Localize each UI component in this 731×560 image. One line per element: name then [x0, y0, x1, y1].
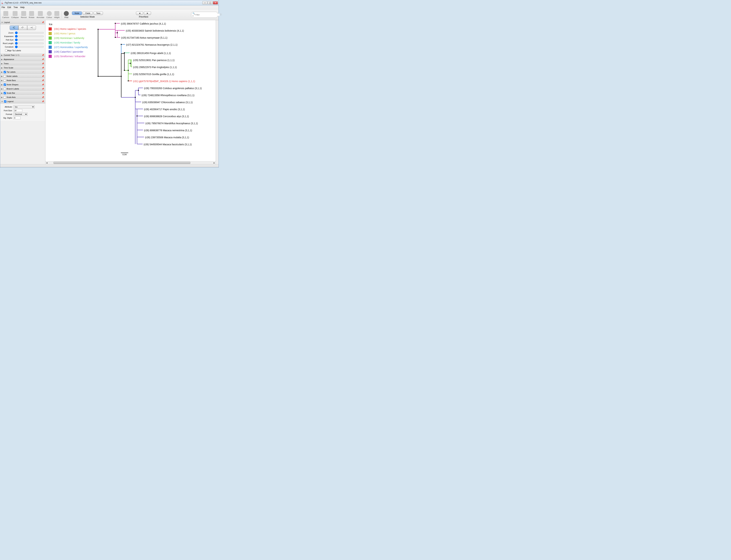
- tree-canvas: lca (r31) Homo sapiens / species(r30) Ho…: [45, 20, 210, 161]
- format-select[interactable]: Decimal: [14, 113, 28, 116]
- clear-filter-icon[interactable]: ⓧ: [220, 13, 222, 16]
- find-button[interactable]: Find: [63, 11, 70, 19]
- tiplabels-checkbox[interactable]: [4, 71, 6, 73]
- node-mode-button[interactable]: Node: [72, 11, 82, 15]
- tip-label[interactable]: (r25) 817347160 Aotus nancymaae (5,1,1): [121, 36, 167, 39]
- trees-panel-header[interactable]: ▶Trees📌: [0, 61, 45, 66]
- filter-box[interactable]: 🔍▾ ⓧ: [191, 12, 218, 18]
- nodebars-checkbox[interactable]: [4, 79, 6, 82]
- maximize-button[interactable]: ▢: [208, 1, 213, 4]
- pin-icon[interactable]: 📌: [42, 62, 44, 65]
- rootlength-slider[interactable]: [15, 42, 44, 45]
- tip-label[interactable]: (r26) 806638828 Cercocebus atys (3,1,1): [144, 115, 189, 118]
- radial-layout-button[interactable]: [27, 25, 36, 30]
- pin-icon[interactable]: 📌: [42, 71, 44, 73]
- clade-mode-button[interactable]: Clade: [83, 11, 93, 15]
- scalebar-panel-header[interactable]: ▶Scale Bar📌: [0, 91, 45, 95]
- menu-help[interactable]: Help: [20, 6, 25, 9]
- tip-label[interactable]: (r26) 239735506 Macaca mulatta (3,1,1): [145, 136, 189, 139]
- scalebar-checkbox[interactable]: [4, 92, 6, 94]
- legend-panel-header[interactable]: ▼Legend📌: [0, 99, 45, 104]
- main-area: lca (r31) Homo sapiens / species(r30) Ho…: [45, 20, 219, 164]
- prev-button[interactable]: ◄: [136, 11, 143, 15]
- tree-viewport[interactable]: lca (r31) Homo sapiens / species(r30) Ho…: [45, 20, 216, 164]
- tip-label[interactable]: (r26) 795076074 Mandrillus leucophaeus (…: [145, 122, 198, 125]
- close-button[interactable]: ✕: [213, 1, 218, 4]
- tip-label[interactable]: (r29) 299522973 Pan troglodytes (1,1,1): [133, 66, 177, 69]
- polar-layout-button[interactable]: [18, 25, 27, 30]
- rectangular-layout-button[interactable]: [10, 25, 18, 30]
- expansion-slider[interactable]: [15, 35, 44, 38]
- pin-icon[interactable]: 📌: [42, 100, 44, 103]
- pin-icon[interactable]: 📌: [42, 96, 44, 98]
- sigdigits-input[interactable]: [14, 116, 21, 119]
- statusbar: [0, 164, 219, 167]
- nodeshapes-checkbox[interactable]: [4, 84, 6, 86]
- nodelabels-checkbox[interactable]: [4, 75, 6, 77]
- attribute-select[interactable]: lca: [14, 105, 35, 108]
- rotate-button[interactable]: Rotate: [28, 11, 35, 19]
- tip-label[interactable]: (r25) 390478707 Callithrix jacchus (4,1,…: [121, 22, 166, 25]
- colour-button[interactable]: Colour: [45, 11, 53, 19]
- reroot-button[interactable]: Reroot: [20, 11, 28, 19]
- pin-icon[interactable]: 📌: [42, 54, 44, 56]
- tip-label[interactable]: (r28) 289191459 Pongo abelii (1,1,1): [131, 52, 171, 55]
- scaleaxis-checkbox[interactable]: [4, 96, 6, 98]
- svg-point-12: [135, 97, 136, 98]
- tip-label[interactable]: (r26) 635036947 Chlorocebus sabaeus (3,1…: [142, 101, 193, 104]
- curvature-slider[interactable]: [15, 45, 44, 48]
- zoom-slider[interactable]: [15, 31, 44, 34]
- currenttree-panel-header[interactable]: ▶Current Tree: 1 / 1📌: [0, 53, 45, 57]
- scale-value: 0.04: [122, 153, 126, 156]
- tip-label[interactable]: (r26) 724813358 Rhinopithecus roxellana …: [142, 94, 194, 97]
- tip-label[interactable]: (r26) 402904717 Papio anubis (3,1,1): [144, 108, 185, 111]
- pin-icon[interactable]: 📌: [42, 58, 44, 61]
- pin-icon[interactable]: 📌: [42, 84, 44, 86]
- toolbar: Cartoon Collapse Reroot Rotate Annotate …: [0, 9, 219, 20]
- tip-label[interactable]: (r25) 403303403 Saimiri boliviensis boli…: [126, 29, 184, 32]
- pin-icon[interactable]: 📌: [42, 21, 44, 24]
- scaleaxis-panel-header[interactable]: ▶Scale Axis📌: [0, 95, 45, 99]
- svg-point-6: [121, 44, 122, 45]
- nodebars-panel-header[interactable]: ▶Node Bars📌: [0, 78, 45, 82]
- fisheye-slider[interactable]: [15, 38, 44, 41]
- horizontal-scrollbar[interactable]: ◂▸: [45, 161, 216, 164]
- annotate-button[interactable]: Annotate: [35, 11, 45, 19]
- nodeshapes-panel-header[interactable]: ▶Node Shapes📌: [0, 82, 45, 87]
- pin-icon[interactable]: 📌: [42, 92, 44, 94]
- pin-icon[interactable]: 📌: [42, 75, 44, 77]
- menu-edit[interactable]: Edit: [7, 6, 11, 9]
- pin-icon[interactable]: 📌: [42, 79, 44, 82]
- tip-label[interactable]: (r31) gi|4757876|ref|NP_004326.1| Homo s…: [133, 80, 195, 83]
- appearance-panel-header[interactable]: ▶Appearance📌: [0, 57, 45, 61]
- tip-label[interactable]: (r29) 525507015 Gorilla gorilla (1,1,1): [133, 73, 174, 76]
- align-tip-labels-checkbox[interactable]: [5, 49, 7, 52]
- taxa-mode-button[interactable]: Taxa: [94, 11, 103, 15]
- layout-panel-header[interactable]: ▼ Layout 📌: [0, 20, 45, 24]
- menu-tree[interactable]: Tree: [14, 6, 18, 9]
- tip-label[interactable]: (r26) 795333263 Colobus angolensis palli…: [144, 87, 202, 90]
- pin-icon[interactable]: 📌: [42, 67, 44, 69]
- cartoon-button[interactable]: Cartoon: [1, 11, 10, 19]
- filter-input[interactable]: [195, 14, 220, 16]
- minimize-button[interactable]: —: [202, 1, 207, 4]
- next-button[interactable]: ►: [144, 11, 151, 15]
- timescale-panel-header[interactable]: ▶Time Scale📌: [0, 66, 45, 70]
- vertical-scrollbar[interactable]: [216, 20, 219, 164]
- branchlabels-checkbox[interactable]: [4, 88, 6, 90]
- nodelabels-panel-header[interactable]: ▶Node Labels📌: [0, 74, 45, 78]
- legend-checkbox[interactable]: [4, 100, 6, 103]
- tip-label[interactable]: (r27) 821324761 Nomascus leucogenys (2,1…: [126, 43, 178, 46]
- window-title: FigTree v1.4.0 - 4757876_seq_tree.nex: [5, 2, 202, 4]
- pin-icon[interactable]: 📌: [42, 88, 44, 90]
- menu-file[interactable]: File: [2, 6, 5, 9]
- fontsize-input[interactable]: [14, 109, 22, 112]
- tip-label[interactable]: (r26) 544509544 Macaca fascicularis (3,1…: [144, 143, 192, 146]
- branchlabels-panel-header[interactable]: ▶Branch Labels📌: [0, 87, 45, 91]
- tip-label[interactable]: (r26) 806638776 Macaca nemestrina (3,1,1…: [144, 129, 192, 132]
- hilight-button[interactable]: Hilight: [53, 11, 61, 19]
- tip-label[interactable]: (r29) 525313831 Pan paniscus (1,1,1): [133, 59, 175, 62]
- app-window: FigTree v1.4.0 - 4757876_seq_tree.nex — …: [0, 0, 219, 168]
- tiplabels-panel-header[interactable]: ▶Tip Labels📌: [0, 70, 45, 74]
- collapse-button[interactable]: Collapse: [10, 11, 20, 19]
